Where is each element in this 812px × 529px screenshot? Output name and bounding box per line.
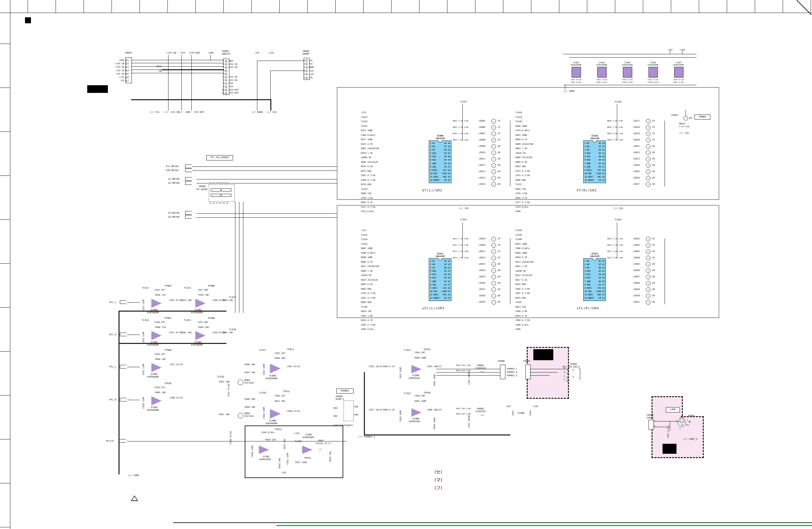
wire — [436, 375, 500, 376]
pin-net-label: 12G — [105, 79, 124, 82]
jack-pin-number: 4 — [564, 371, 565, 374]
wire — [617, 104, 617, 141]
connector-pin-row: +15V-IN3 — [105, 65, 131, 69]
cap-label: C949 220P — [251, 445, 254, 457]
resistor-label: R967 220 1/8W — [456, 408, 470, 410]
ic-part: NJM2068MD — [147, 344, 159, 347]
transistor-icon — [238, 413, 243, 418]
testpoint-label: TP913 — [275, 428, 282, 431]
page-marker — [25, 17, 31, 23]
wire — [665, 238, 665, 304]
testpoint-label: TP906 — [208, 285, 215, 287]
opamp-ic-body — [623, 67, 632, 77]
emi-filter-part: ZJSR5101 — [475, 367, 486, 370]
testpoint-label: TL917 — [259, 349, 266, 352]
connector-pin-row: 4+12V — [302, 69, 314, 73]
pin-number: 4 — [128, 70, 131, 72]
wire — [127, 441, 347, 441]
redaction-box — [533, 349, 553, 360]
pfl-ctl-block: TP913 C950 0.01u +15V R954 22K R955 15K … — [245, 425, 343, 478]
cap-label: C991 0.01u — [571, 78, 582, 80]
pin-net-label: -15V-DSP — [228, 92, 238, 94]
pin-circle-icon — [125, 80, 127, 82]
testpoint-label: TP914 — [304, 457, 311, 459]
ground-label: 12G — [267, 111, 277, 114]
diode-icon: ▸| — [319, 448, 322, 451]
cap-label: C924 47P — [155, 289, 165, 292]
cap-label: C997 0.01u — [648, 78, 658, 80]
cap-label: C959 10P — [415, 395, 425, 397]
resistor-label: R951 36K — [275, 400, 285, 403]
pin-number: 2 — [654, 425, 655, 428]
wire — [182, 55, 182, 111]
wire — [270, 71, 305, 71]
lamp-jack-icon — [678, 419, 686, 427]
wire — [131, 73, 224, 73]
ic-ref: IC907 — [676, 61, 681, 63]
pin-circle-icon — [225, 92, 227, 94]
pot-mark: MAX — [334, 407, 337, 410]
emi-filter-ref: EM901 — [477, 364, 484, 367]
pin-circle-icon — [125, 59, 127, 61]
wire — [617, 222, 617, 258]
connector-pin-row: 2+5V — [302, 62, 314, 65]
pin-net-label: +15V — [228, 82, 233, 85]
cap-label: C960 100/25 — [427, 409, 441, 411]
testpoint-label: TL916 — [229, 328, 236, 331]
rail-label: +15V — [294, 432, 300, 435]
opamp-icon — [411, 408, 422, 417]
pot-ref: VR904 — [336, 395, 343, 398]
connector-pin-row: 3DGND — [302, 66, 314, 69]
pin-net-label: +15V-IN — [228, 66, 237, 69]
resistor-label: R947 18K — [245, 371, 255, 374]
cap-label: C939 47P — [155, 386, 165, 389]
section-label-box: PFL-AFL/GROUP — [206, 155, 233, 160]
switch-ref: SW904 — [199, 185, 206, 188]
pin-number: 11 — [221, 92, 224, 94]
resistor-label: R959 9.1K — [383, 366, 394, 368]
pin-circle-icon — [225, 89, 227, 91]
wire — [682, 50, 682, 54]
pin-number: 10 — [221, 89, 224, 91]
pin-circle-icon — [306, 77, 308, 79]
wire-bold — [119, 311, 227, 312]
net-in-label: G4-METER — [168, 216, 179, 218]
diode-ref: D902 — [318, 439, 323, 442]
wire — [197, 179, 337, 179]
switch-contact — [211, 194, 221, 197]
opamp-icon — [270, 364, 281, 373]
wire — [192, 171, 337, 171]
cap-label: C994 0.01u — [596, 81, 607, 83]
phones-volume: PHONES VR904 A20K*2 MAX MIN MAX MIN XVD1… — [333, 388, 363, 431]
opamp-icon — [302, 445, 313, 454]
net-in-arrow-icon — [185, 215, 194, 219]
pin-net-label: +12V — [309, 70, 314, 72]
wire — [131, 66, 224, 67]
rail-label: -15V — [505, 405, 511, 408]
pin-circle-icon — [125, 73, 127, 75]
testpoint-label: TP910 — [164, 382, 172, 385]
pin-number: 4 — [302, 70, 305, 72]
cap-label: C999 0.01u — [673, 78, 684, 80]
connector-pin-row: 612G — [302, 76, 314, 79]
pin-circle-icon — [125, 76, 127, 78]
ic-ref: IC905 — [150, 373, 158, 376]
net-in-label: G1-METER — [168, 178, 179, 180]
cap-label: C943 47/25 — [287, 366, 300, 368]
ground-label: SUMG — [128, 474, 139, 477]
pin-number: 8 — [221, 82, 224, 85]
pin-circle-icon — [225, 73, 227, 75]
net-in-label: PFL_R — [109, 398, 116, 401]
ic-part: NJM2068MD — [266, 423, 277, 425]
cap-label: C929 220P — [143, 332, 145, 343]
pin-net-label: +5V — [309, 60, 313, 62]
component-label: C977 4.7/50 — [516, 201, 575, 205]
pin-circle-icon — [225, 60, 227, 62]
jack-pin-number: 3 — [679, 428, 681, 430]
pin-circle-icon — [225, 63, 227, 65]
ic-part: NJM4558MT — [673, 63, 684, 66]
resistor-label: R936 11K — [155, 294, 165, 297]
ic-part: NJM2068MD — [147, 409, 159, 412]
connector-body — [500, 365, 505, 379]
opamp-icon — [151, 331, 162, 340]
